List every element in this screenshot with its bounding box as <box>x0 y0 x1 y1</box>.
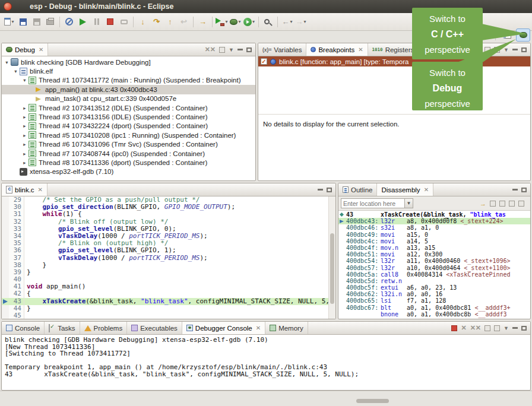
drop-to-frame-button[interactable]: ↩ <box>177 15 191 29</box>
expander-icon[interactable] <box>21 105 28 111</box>
maximize-view-icon[interactable] <box>521 188 527 192</box>
disassembly-row[interactable]: 400dbc54:l32ra11, 0x400d0460 <_stext+109… <box>338 258 530 264</box>
remove-all-launches-icon[interactable]: ✕✕ <box>470 325 481 331</box>
disassembly-row-current[interactable]: 400dbc43:l32ra8, 0x400d00f8 <_stext+224> <box>338 218 530 224</box>
code-editor[interactable]: 29 /* Set the GPIO as a push/pull output… <box>2 196 335 319</box>
tree-item[interactable]: xtensa-esp32-elf-gdb (7.10) <box>2 167 255 176</box>
tab-variables[interactable]: (x)= Variables <box>258 43 306 56</box>
horizontal-scrollbar-thumb[interactable] <box>356 399 389 403</box>
tree-item[interactable]: Thread #6 1073431096 (Tmr Svc) (Suspende… <box>2 140 255 149</box>
search-button[interactable] <box>261 15 275 29</box>
debug-perspective-button[interactable] <box>516 28 530 42</box>
minimize-view-icon[interactable] <box>238 49 243 50</box>
annotation-ruler[interactable] <box>2 283 9 290</box>
skip-all-breakpoints-button[interactable] <box>62 15 76 29</box>
disassembly-row[interactable]: 400dbc5a:call80x40084314 <xTaskCreatePin… <box>338 271 530 278</box>
save-all-button[interactable] <box>30 15 43 29</box>
suspend-button[interactable] <box>90 15 103 29</box>
annotation-ruler[interactable] <box>2 290 9 297</box>
tab-breakpoints[interactable]: Breakpoints ✕ <box>306 43 368 56</box>
debug-button[interactable]: ▾ <box>229 15 242 29</box>
maximize-view-icon[interactable] <box>521 326 527 331</box>
location-dropdown-icon[interactable]: ▼ <box>405 198 413 208</box>
disassembly-source-line[interactable]: 43xTaskCreate(&blink_task, "blink_tas <box>338 211 530 218</box>
tab-executables[interactable]: Executables <box>127 322 182 334</box>
close-tab-icon[interactable]: ✕ <box>424 186 429 193</box>
scrollbar-thumb[interactable] <box>330 233 334 304</box>
disassembly-row[interactable]: 400dbc67:blta0, a1, 0x400dbc81 <__adddf3… <box>338 304 530 311</box>
disassembly-row[interactable]: 400dbc5f:extuia6, a0, 23, 13 <box>338 284 530 291</box>
code-line[interactable]: 37 vTaskDelay(1000 / portTICK_PERIOD_MS)… <box>2 255 335 262</box>
annotation-ruler[interactable] <box>2 255 9 262</box>
line-number[interactable]: 42 <box>9 290 24 297</box>
refresh-icon[interactable] <box>490 201 496 207</box>
remove-launch-icon[interactable]: ✕ <box>461 325 466 331</box>
breakpoint-row[interactable]: ✓ blink.c [function: app_main] [type: Te… <box>258 56 530 66</box>
tab-blink-c[interactable]: blink.c ✕ <box>2 183 48 196</box>
disassembly-row[interactable]: 400dbc46:s32ia8, a1, 0 <box>338 224 530 231</box>
minimize-view-icon[interactable] <box>512 327 518 329</box>
tab-registers[interactable]: 1010 Registers <box>368 43 419 56</box>
disassembly-row[interactable]: 400dbc4f:mov.na13, a15 <box>338 245 530 251</box>
line-number[interactable]: 45 <box>9 312 24 319</box>
disassembly-row[interactable]: 400dbc62:l32i.na0, a0, 16 <box>338 291 530 297</box>
close-tab-icon[interactable]: ✕ <box>358 46 363 53</box>
annotation-ruler[interactable] <box>2 262 9 269</box>
tree-item[interactable]: Thread #4 1073432224 (dport) (Suspended … <box>2 122 255 131</box>
tree-item[interactable]: Thread #3 1073413156 (IDLE) (Suspended :… <box>2 112 255 121</box>
view-menu-icon[interactable]: ▼ <box>504 47 509 53</box>
minimize-view-icon[interactable] <box>512 189 518 191</box>
disassembly-row[interactable]: 400dbc4c:movia14, 5 <box>338 238 530 245</box>
disassembly-row[interactable]: 400dbc57:l32ra10, 0x400d0464 <_stext+110… <box>338 265 530 271</box>
line-number[interactable]: 36 <box>9 247 24 254</box>
tab-debug[interactable]: Debug ✕ <box>2 43 48 56</box>
remove-all-terminated-icon[interactable]: ✕✕ <box>205 46 216 53</box>
save-button[interactable] <box>16 15 30 29</box>
annotation-ruler[interactable] <box>2 305 9 312</box>
expander-icon[interactable] <box>21 123 28 129</box>
instruction-stepping-button[interactable]: → <box>196 15 210 29</box>
window-close-button[interactable] <box>4 2 12 11</box>
step-return-button[interactable]: ↑ <box>163 15 177 29</box>
code-line-current[interactable]: 43 xTaskCreate(&blink_task, "blink_task"… <box>2 298 335 305</box>
console-output[interactable]: blink checking [GDB Hardware Debugging] … <box>2 335 530 390</box>
close-tab-icon[interactable]: ✕ <box>38 186 43 193</box>
tree-item[interactable]: blink.elf <box>2 66 255 75</box>
step-into-button[interactable]: ↓ <box>136 15 150 29</box>
annotation-ruler[interactable] <box>2 312 9 319</box>
annotation-ruler[interactable] <box>2 240 9 247</box>
annotation-ruler[interactable] <box>2 218 9 226</box>
expander-icon[interactable] <box>21 160 28 166</box>
code-line[interactable]: 45 <box>2 312 335 319</box>
line-number[interactable]: 43 <box>9 298 24 305</box>
tab-outline[interactable]: Outline <box>338 183 377 196</box>
tree-item[interactable]: blink checking [GDB Hardware Debugging] <box>2 58 255 66</box>
maximize-view-icon[interactable] <box>521 47 527 52</box>
external-tools-button[interactable]: ▾ <box>215 15 229 29</box>
code-line[interactable]: 38 } <box>2 262 335 269</box>
tab-problems[interactable]: Problems <box>80 322 128 334</box>
annotation-ruler[interactable] <box>2 247 9 254</box>
tree-item[interactable]: Thread #8 1073411336 (dport) (Suspended … <box>2 158 255 167</box>
expander-icon[interactable] <box>4 59 10 65</box>
minimize-view-icon[interactable] <box>318 189 323 191</box>
resume-button[interactable] <box>76 15 90 29</box>
disassembly-row[interactable]: 400dbc65:lsif7, a1, 128 <box>338 297 530 304</box>
tab-memory[interactable]: Memory <box>265 322 308 334</box>
show-source-icon[interactable] <box>499 201 505 207</box>
print-button[interactable] <box>43 15 57 29</box>
line-number[interactable]: 37 <box>9 255 24 262</box>
annotation-ruler[interactable] <box>2 196 9 204</box>
tree-item[interactable]: Thread #2 1073413512 (IDLE) (Suspended :… <box>2 103 255 112</box>
disassembly-row[interactable]: 400dbc51:movia12, 0x300 <box>338 251 530 258</box>
disconnect-button[interactable] <box>117 15 131 29</box>
disassembly-listing[interactable]: 43xTaskCreate(&blink_task, "blink_tas 40… <box>338 211 530 319</box>
run-button[interactable]: ▾ <box>242 15 256 29</box>
code-line[interactable]: 44} <box>2 305 335 312</box>
step-over-button[interactable]: ↷ <box>150 15 163 29</box>
tree-item[interactable]: Thread #1 1073411772 (main : Running) (S… <box>2 76 255 85</box>
terminate-button[interactable] <box>103 15 117 29</box>
code-line[interactable]: 41void app_main() <box>2 283 335 290</box>
annotation-ruler[interactable] <box>2 276 9 283</box>
code-line[interactable]: 39} <box>2 269 335 276</box>
